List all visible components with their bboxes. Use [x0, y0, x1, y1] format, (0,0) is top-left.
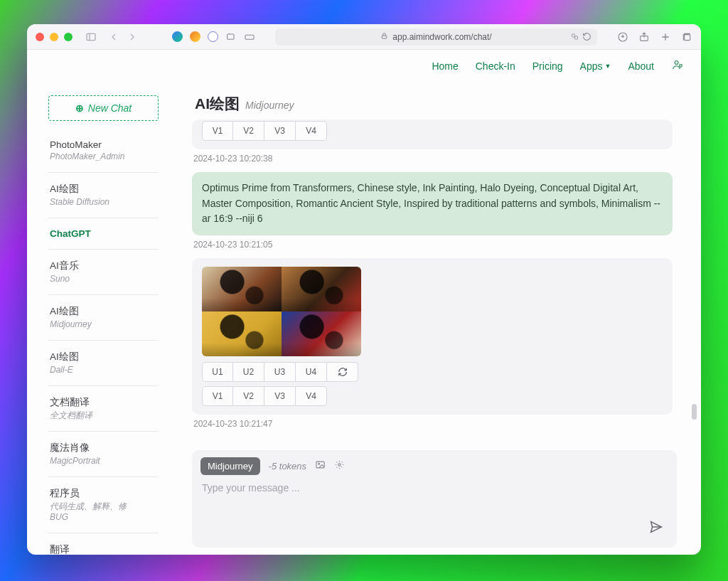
- sidebar-item-translate[interactable]: 翻译: [48, 533, 159, 555]
- sidebar-item-title: AI绘图: [50, 351, 157, 363]
- sidebar-item-title: AI绘图: [50, 305, 157, 318]
- image-attach-icon[interactable]: [315, 459, 326, 473]
- sidebar-item-title: 程序员: [50, 487, 157, 500]
- sidebar-item-title: PhotoMaker: [50, 139, 157, 150]
- svg-rect-2: [245, 35, 254, 39]
- nav-arrows: [105, 28, 141, 46]
- image-2[interactable]: [282, 267, 361, 311]
- refresh-icon: [338, 367, 348, 377]
- v2-button[interactable]: V2: [233, 121, 264, 141]
- page-title: AI绘图: [195, 94, 240, 114]
- sidebar-item-sub: Dall-E: [50, 365, 142, 375]
- image-4[interactable]: [282, 311, 361, 356]
- v2-button[interactable]: V2: [233, 386, 264, 406]
- new-chat-label: New Chat: [88, 102, 132, 114]
- reload-group: [571, 32, 592, 41]
- sidebar-item-dalle[interactable]: AI绘图 Dall-E: [48, 341, 159, 386]
- ext-icon-4[interactable]: [225, 31, 237, 43]
- minimize-window-button[interactable]: [50, 33, 58, 41]
- forward-button[interactable]: [124, 28, 141, 46]
- new-chat-button[interactable]: ⊕ New Chat: [48, 95, 159, 121]
- prompt-text: Optimus Prime from Transformers, Chinese…: [202, 182, 660, 224]
- sidebar-item-sub: MagicPortrait: [50, 456, 142, 467]
- v4-button[interactable]: V4: [296, 386, 327, 406]
- v1-button[interactable]: V1: [202, 121, 233, 141]
- message-input[interactable]: [200, 478, 668, 539]
- sidebar-item-doc-translate[interactable]: 文档翻译 全文档翻译: [48, 386, 159, 432]
- sidebar-item-sub: Midjourney: [50, 319, 142, 330]
- address-bar[interactable]: app.aimindwork.com/chat/: [275, 28, 597, 46]
- svg-rect-4: [572, 34, 575, 37]
- svg-point-13: [338, 464, 341, 466]
- u2-button[interactable]: U2: [233, 362, 264, 382]
- v3-button[interactable]: V3: [264, 121, 296, 141]
- v1-button[interactable]: V1: [202, 386, 233, 406]
- nav-checkin[interactable]: Check-In: [476, 60, 515, 72]
- nav-about[interactable]: About: [628, 60, 654, 72]
- svg-point-12: [318, 463, 320, 464]
- downloads-icon[interactable]: [617, 31, 628, 43]
- u1-button[interactable]: U1: [202, 362, 233, 382]
- plus-icon: ⊕: [75, 102, 84, 114]
- sidebar-item-midjourney[interactable]: AI绘图 Midjourney: [48, 295, 159, 341]
- sidebar-item-sub: PhotoMaker_Admin: [50, 151, 142, 162]
- user-settings-icon[interactable]: [671, 58, 684, 73]
- ext-icon-3[interactable]: [208, 31, 218, 42]
- chat-scroll[interactable]: V1 V2 V3 V4 2024-10-23 10:20:38 Optimus …: [192, 119, 677, 446]
- sidebar-item-chatgpt[interactable]: ChatGPT: [48, 218, 159, 250]
- share-icon[interactable]: [638, 31, 650, 43]
- app-nav: Home Check-In Pricing Apps ▼ About: [27, 50, 701, 82]
- sidebar-item-title: 魔法肖像: [50, 442, 157, 454]
- main-panel: AI绘图 Midjourney V1 V2 V3 V4: [181, 82, 701, 555]
- v3-button[interactable]: V3: [264, 386, 296, 406]
- svg-rect-0: [87, 33, 95, 40]
- svg-rect-3: [382, 36, 387, 38]
- sidebar-item-title: 文档翻译: [50, 396, 157, 409]
- composer: Midjourney -5 tokens: [192, 450, 677, 548]
- image-1[interactable]: [202, 267, 282, 311]
- extension-icons: [172, 31, 255, 43]
- ext-icon-1[interactable]: [172, 31, 183, 42]
- titlebar-right: [617, 31, 692, 43]
- image-3[interactable]: [202, 311, 282, 356]
- ext-icon-2[interactable]: [190, 31, 200, 42]
- sidebar-item-title: AI音乐: [50, 260, 157, 272]
- reload-icon[interactable]: [582, 32, 592, 41]
- sidebar-item-coder[interactable]: 程序员 代码生成、解释、修BUG: [48, 477, 159, 533]
- nav-apps-label: Apps: [580, 60, 603, 72]
- send-button[interactable]: [648, 519, 664, 538]
- sidebar-toggle-icon[interactable]: [85, 31, 97, 43]
- sidebar-item-magic-portrait[interactable]: 魔法肖像 MagicPortrait: [48, 432, 159, 477]
- settings-icon[interactable]: [334, 459, 345, 473]
- sidebar-item-sd[interactable]: AI绘图 Stable Diffusion: [48, 173, 159, 218]
- svg-rect-5: [575, 36, 578, 39]
- sidebar-item-photomaker[interactable]: PhotoMaker PhotoMaker_Admin: [48, 129, 159, 173]
- result-card-prev: V1 V2 V3 V4: [192, 119, 673, 149]
- back-button[interactable]: [105, 28, 122, 46]
- image-grid[interactable]: [202, 267, 361, 356]
- scrollbar-thumb[interactable]: [692, 404, 697, 420]
- zoom-window-button[interactable]: [64, 33, 73, 41]
- nav-pricing[interactable]: Pricing: [532, 60, 563, 72]
- translate-icon[interactable]: [571, 33, 579, 41]
- u4-button[interactable]: U4: [296, 362, 327, 382]
- svg-rect-8: [685, 34, 690, 40]
- u3-button[interactable]: U3: [264, 362, 296, 382]
- v-row: V1 V2 V3 V4: [202, 386, 663, 406]
- send-icon: [648, 519, 664, 535]
- titlebar: app.aimindwork.com/chat/: [27, 24, 701, 50]
- reroll-button[interactable]: [327, 362, 358, 382]
- tabs-overview-icon[interactable]: [681, 31, 692, 43]
- close-window-button[interactable]: [36, 33, 44, 41]
- ext-icon-5[interactable]: [244, 31, 255, 43]
- composer-toolbar: Midjourney -5 tokens: [200, 457, 668, 475]
- sidebar-item-suno[interactable]: AI音乐 Suno: [48, 250, 159, 295]
- model-chip[interactable]: Midjourney: [200, 457, 260, 475]
- svg-point-9: [675, 61, 678, 65]
- new-tab-icon[interactable]: [660, 31, 671, 43]
- browser-window: app.aimindwork.com/chat/ Home Check-In P…: [27, 24, 701, 555]
- nav-apps[interactable]: Apps ▼: [580, 60, 611, 72]
- v4-button[interactable]: V4: [296, 121, 327, 141]
- svg-rect-1: [228, 34, 234, 39]
- nav-home[interactable]: Home: [432, 60, 458, 72]
